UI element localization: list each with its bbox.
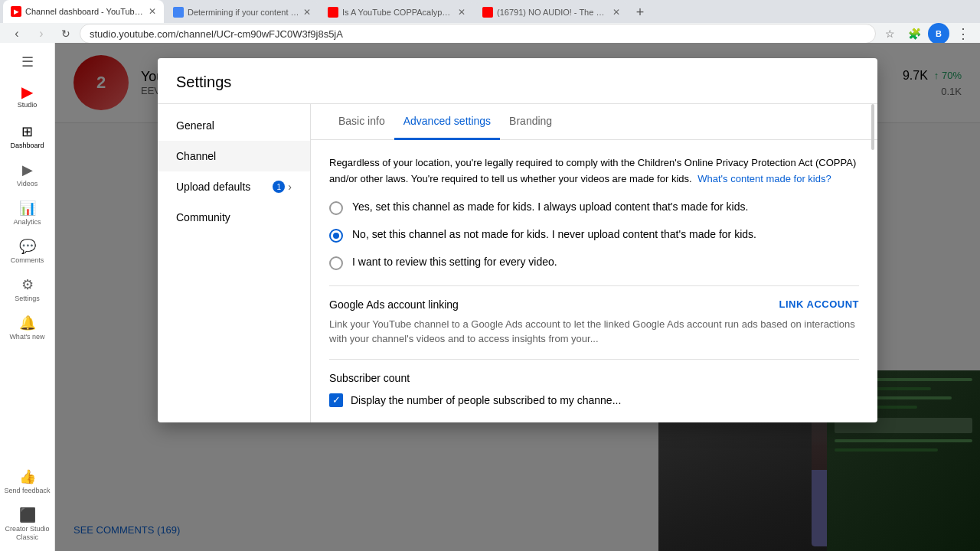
tab-label-1: Channel dashboard - YouTube ... — [25, 7, 145, 16]
app-container: ☰ ▶ Studio ⊞ Dashboard ▶ Videos 📊 Analyt… — [0, 43, 980, 551]
settings-nav-upload-defaults[interactable]: Upload defaults 1 › — [158, 171, 310, 202]
radio-no-label: No, set this channel as not made for kid… — [352, 227, 756, 243]
profile-avatar[interactable]: B — [928, 23, 949, 44]
radio-yes-label: Yes, set this channel as made for kids. … — [352, 200, 748, 215]
comments-label: Comments — [11, 256, 44, 264]
settings-nav: General Channel Upload defaults 1 › Comm… — [158, 104, 311, 422]
back-button[interactable]: ‹ — [6, 23, 28, 44]
new-tab-button[interactable]: + — [629, 2, 651, 23]
refresh-button[interactable]: ↻ — [55, 23, 77, 44]
google-ads-description: Link your YouTube channel to a Google Ad… — [329, 317, 859, 347]
tab-branding[interactable]: Branding — [500, 104, 561, 140]
tab-label-3: Is A YouTube COPPAcalypse C... — [342, 8, 454, 17]
url-bar[interactable] — [80, 24, 876, 44]
dialog-body: General Channel Upload defaults 1 › Comm… — [158, 103, 877, 422]
dashboard-label: Dashboard — [10, 142, 44, 149]
videos-icon: ▶ — [22, 161, 33, 178]
radio-no — [329, 229, 343, 243]
sidebar-item-comments[interactable]: 💬 Comments — [0, 232, 54, 270]
browser-tabs: ▶ Channel dashboard - YouTube ... ✕ Dete… — [0, 0, 980, 23]
studio-label: Studio — [18, 101, 38, 109]
settings-content: Basic info Advanced settings Branding — [311, 104, 877, 422]
tab-favicon-1: ▶ — [11, 6, 21, 17]
sidebar-item-analytics[interactable]: 📊 Analytics — [0, 194, 54, 232]
subscriber-count-checkbox-row[interactable]: ✓ Display the number of people subscribe… — [329, 393, 859, 407]
settings-tabs: Basic info Advanced settings Branding — [311, 104, 877, 140]
sidebar-item-settings[interactable]: ⚙ Settings — [0, 270, 54, 308]
tab-basic-info[interactable]: Basic info — [329, 104, 394, 140]
sidebar-item-dashboard[interactable]: ⊞ Dashboard — [0, 117, 54, 155]
videos-label: Videos — [17, 180, 38, 187]
settings-nav-channel[interactable]: Channel — [158, 141, 310, 171]
subscriber-count-section: Subscriber count ✓ Display the number of… — [329, 372, 859, 407]
sidebar-item-whats-new[interactable]: 🔔 What's new — [0, 308, 54, 347]
upload-defaults-controls: 1 › — [273, 181, 292, 193]
coppa-description: Regardless of your location, you're lega… — [329, 155, 859, 187]
upload-badge-icon: 1 — [273, 181, 285, 193]
tab-label-2: Determining if your content is m... — [188, 8, 299, 17]
creator-studio-label: Creator Studio Classic — [0, 525, 54, 542]
subscriber-count-title: Subscriber count — [329, 372, 859, 384]
link-account-button[interactable]: LINK ACCOUNT — [779, 298, 859, 310]
radio-review-label: I want to review this setting for every … — [352, 255, 557, 270]
section-divider-1 — [329, 285, 859, 286]
dialog-header: Settings — [158, 58, 877, 103]
tab-favicon-3 — [328, 7, 338, 18]
browser-tab-3[interactable]: Is A YouTube COPPAcalypse C... ✕ — [320, 2, 473, 23]
radio-option-review[interactable]: I want to review this setting for every … — [329, 255, 859, 270]
sidebar: ☰ ▶ Studio ⊞ Dashboard ▶ Videos 📊 Analyt… — [0, 43, 55, 551]
browser-toolbar: ‹ › ↻ ☆ 🧩 B ⋮ — [0, 23, 980, 45]
extensions-icon[interactable]: 🧩 — [903, 23, 925, 44]
browser-tab-1[interactable]: ▶ Channel dashboard - YouTube ... ✕ — [3, 0, 164, 23]
comments-icon: 💬 — [19, 238, 36, 255]
sidebar-item-send-feedback[interactable]: 👍 Send feedback — [0, 462, 54, 500]
hamburger-menu[interactable]: ☰ — [0, 46, 54, 78]
settings-dialog: Settings General Channel Upload defaults — [158, 58, 877, 422]
dashboard-icon: ⊞ — [21, 123, 33, 140]
google-ads-section: Google Ads account linking LINK ACCOUNT … — [329, 298, 859, 347]
subscriber-count-label: Display the number of people subscribed … — [351, 394, 621, 406]
scroll-indicator — [870, 104, 874, 422]
analytics-label: Analytics — [13, 218, 41, 226]
browser-chrome: ▶ Channel dashboard - YouTube ... ✕ Dete… — [0, 0, 980, 43]
forward-button[interactable]: › — [31, 23, 52, 44]
menu-button[interactable]: ⋮ — [952, 23, 974, 44]
tab-label-4: (16791) NO AUDIO! - The New ... — [497, 8, 609, 17]
analytics-icon: 📊 — [19, 200, 36, 217]
upload-chevron-icon: › — [288, 181, 292, 193]
yt-logo-icon: ▶ — [21, 83, 33, 101]
settings-nav-community[interactable]: Community — [158, 202, 310, 233]
tab-close-4[interactable]: ✕ — [612, 7, 620, 18]
youtube-studio-logo[interactable]: ▶ Studio — [0, 78, 54, 117]
whats-new-label: What's new — [9, 333, 44, 341]
settings-icon: ⚙ — [21, 276, 34, 293]
radio-review — [329, 256, 343, 270]
dialog-title: Settings — [176, 73, 859, 103]
tab-close-2[interactable]: ✕ — [303, 7, 311, 18]
browser-tab-2[interactable]: Determining if your content is m... ✕ — [165, 2, 318, 23]
radio-option-yes[interactable]: Yes, set this channel as made for kids. … — [329, 200, 859, 215]
tab-favicon-4 — [482, 7, 493, 18]
tab-close-3[interactable]: ✕ — [458, 7, 466, 18]
send-feedback-icon: 👍 — [19, 468, 36, 485]
creator-studio-icon: ⬛ — [19, 507, 36, 523]
settings-nav-general[interactable]: General — [158, 110, 310, 141]
radio-yes — [329, 201, 343, 215]
browser-tab-4[interactable]: (16791) NO AUDIO! - The New ... ✕ — [475, 2, 628, 23]
google-ads-title: Google Ads account linking — [329, 298, 459, 311]
whats-new-icon: 🔔 — [19, 315, 36, 331]
subscriber-count-checkbox: ✓ — [329, 393, 343, 407]
settings-label: Settings — [15, 295, 40, 302]
sidebar-item-videos[interactable]: ▶ Videos — [0, 155, 54, 194]
tab-content: Regardless of your location, you're lega… — [311, 140, 877, 422]
send-feedback-label: Send feedback — [4, 487, 50, 494]
tab-close-1[interactable]: ✕ — [149, 6, 156, 17]
tab-favicon-2 — [173, 7, 184, 18]
coppa-link[interactable]: What's content made for kids? — [697, 173, 831, 184]
bookmark-icon[interactable]: ☆ — [879, 23, 900, 44]
tab-advanced-settings[interactable]: Advanced settings — [394, 104, 500, 140]
main-content: 2 Your chann... EEVblog2... 9.7K ↑ 70% 0… — [55, 43, 980, 551]
radio-option-no[interactable]: No, set this channel as not made for kid… — [329, 227, 859, 243]
sidebar-item-creator-studio[interactable]: ⬛ Creator Studio Classic — [0, 500, 54, 548]
section-divider-2 — [329, 359, 859, 360]
